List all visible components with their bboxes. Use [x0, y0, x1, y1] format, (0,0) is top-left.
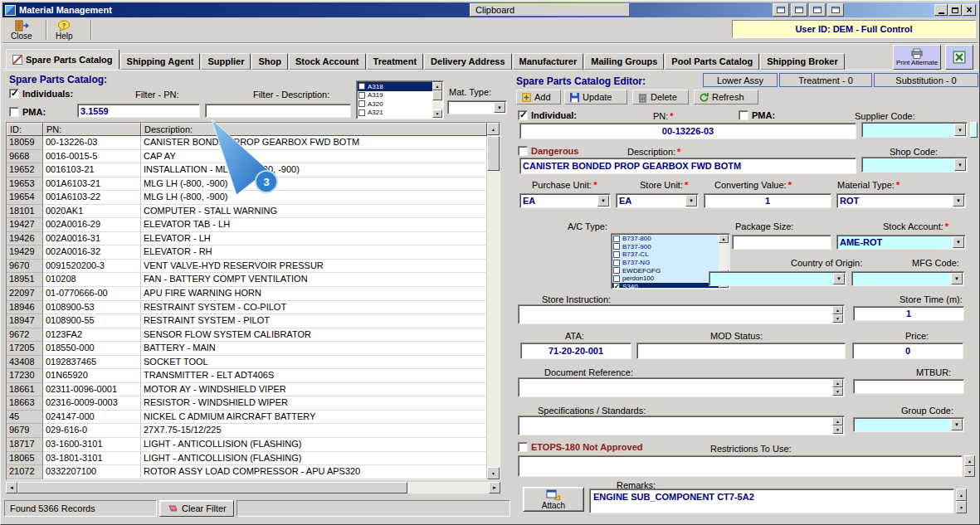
table-row[interactable]: 45024147-000NICKEL C ADMIUM AIRCRAFT BAT… — [7, 411, 487, 425]
scroll-up-icon[interactable] — [719, 235, 729, 243]
print-alternate-button[interactable]: Print Alternate — [893, 45, 941, 70]
store-time-input[interactable] — [853, 306, 964, 321]
ac-type-option[interactable]: B737-CL — [612, 250, 719, 259]
converting-value-input[interactable] — [704, 193, 831, 208]
spin-up-icon[interactable] — [964, 455, 975, 466]
table-row[interactable]: 19653001A6103-21MLG LH (-800, -900) — [7, 177, 487, 192]
mat-type-select[interactable] — [447, 100, 507, 114]
dropdown-arrow-icon[interactable] — [953, 236, 964, 248]
ac-type-option[interactable]: B737-900 — [612, 243, 719, 251]
tab-spare-parts-catalog[interactable]: Spare Parts Catalog — [6, 49, 119, 70]
ac-type-option[interactable]: EWDEFGFG — [612, 266, 719, 275]
individual-checkbox[interactable]: Individual: — [518, 110, 577, 120]
checkbox-icon[interactable] — [613, 243, 620, 250]
tab-manufacturer[interactable]: Manufacturer — [513, 53, 584, 70]
close-window-button[interactable] — [963, 4, 976, 16]
checkbox-icon[interactable] — [358, 100, 365, 107]
package-size-input[interactable] — [732, 235, 831, 250]
ac-filter-option[interactable]: A319 — [358, 91, 432, 100]
document-reference-input[interactable] — [518, 377, 845, 397]
table-row[interactable]: 96680016-0015-5CAP AY — [7, 150, 487, 164]
mod-status-input[interactable] — [636, 343, 846, 359]
table-row[interactable]: 1866102311-0096-0001MOTOR AY - WINDSHIEL… — [7, 383, 487, 397]
checkbox-icon[interactable] — [358, 92, 365, 99]
stock-account-select[interactable]: AME-ROT — [836, 235, 966, 250]
tab-shipping-agent[interactable]: Shipping Agent — [120, 53, 201, 70]
store-unit-select[interactable]: EA — [616, 193, 699, 208]
tab-delivery-address[interactable]: Delivery Address — [424, 53, 511, 70]
checkbox-icon[interactable] — [613, 267, 620, 274]
dropdown-arrow-icon[interactable] — [951, 273, 963, 284]
tab-supplier[interactable]: Supplier — [201, 53, 251, 70]
editor-pma-checkbox[interactable]: PMA: — [739, 110, 775, 120]
dropdown-arrow-icon[interactable] — [951, 419, 963, 430]
store-instruction-input[interactable] — [518, 304, 845, 324]
dropdown-arrow-icon[interactable] — [954, 124, 966, 136]
spin-down-icon[interactable] — [832, 314, 843, 323]
help-button[interactable]: ? Help — [52, 18, 76, 41]
substitution-tab[interactable]: Substitution - 0 — [874, 73, 978, 87]
restrictions-input[interactable] — [518, 455, 963, 477]
table-row[interactable]: 17205018550-000BATTERY - MAIN — [7, 342, 487, 356]
dropdown-arrow-icon[interactable] — [953, 195, 964, 207]
add-button[interactable]: Add — [516, 90, 561, 105]
spin-down-icon[interactable] — [964, 466, 975, 477]
scroll-track[interactable] — [432, 100, 442, 109]
attach-button[interactable]: Attach — [523, 487, 584, 512]
table-row[interactable]: 18951010208FAN - BATTERY COMPT VENTILATI… — [7, 273, 487, 287]
column-header-id[interactable]: ID: — [7, 123, 43, 136]
description-input[interactable] — [519, 158, 856, 174]
table-horizontal-scrollbar[interactable] — [6, 482, 500, 493]
tab-stock-account[interactable]: Stock Account — [289, 53, 366, 70]
price-input[interactable] — [852, 343, 963, 359]
scroll-up-icon[interactable] — [432, 82, 442, 90]
scroll-thumb[interactable] — [17, 482, 407, 493]
checkbox-icon[interactable] — [613, 275, 620, 282]
spin-up-icon[interactable] — [832, 417, 843, 425]
ata-input[interactable] — [520, 343, 631, 359]
ac-type-option[interactable]: B737-NG — [612, 259, 719, 267]
titlebar-tool-button-1[interactable] — [773, 3, 789, 17]
table-row[interactable]: 96720123FA2SENSOR FLOW SYSTEM CALIBRATOR — [7, 328, 487, 343]
table-row[interactable]: 19429002A0016-32ELEVATOR - RH — [7, 245, 487, 260]
checkbox-icon[interactable] — [358, 109, 365, 116]
spin-up-icon[interactable] — [832, 379, 843, 387]
spin-down-icon[interactable] — [956, 501, 967, 513]
tab-treatment[interactable]: Treatment — [367, 53, 424, 70]
table-row[interactable]: 96700091520200-3VENT VALVE-HYD RESERVOIR… — [7, 260, 487, 274]
table-row[interactable]: 19654001A6103-22MLG LH (-800, -900) — [7, 191, 487, 205]
spin-up-icon[interactable] — [832, 306, 843, 314]
table-row[interactable]: 210720332207100ROTOR ASSY LOAD COMPRESSO… — [7, 465, 487, 479]
dropdown-arrow-icon[interactable] — [597, 195, 609, 207]
titlebar-tool-button-4[interactable] — [827, 3, 844, 17]
treatment-tab[interactable]: Treatment - 0 — [779, 73, 872, 87]
remarks-spinner[interactable] — [956, 489, 967, 513]
tab-pool-parts-catalog[interactable]: Pool Parts Catalog — [665, 53, 759, 70]
lower-assy-tab[interactable]: Lower Assy — [703, 73, 778, 87]
specifications-spinner[interactable] — [832, 417, 843, 434]
scroll-thumb[interactable] — [432, 90, 442, 100]
close-tool-button[interactable]: Close — [7, 18, 36, 41]
country-of-origin-select[interactable] — [709, 271, 846, 286]
tab-shop[interactable]: Shop — [251, 53, 288, 70]
table-row[interactable]: 19426002A0016-31ELEVATOR - LH — [7, 232, 487, 246]
table-row[interactable]: 1723001N65920TRANSMITTER - ELT ADT406S — [7, 369, 487, 383]
pn-input[interactable] — [519, 123, 856, 139]
filter-pn-input[interactable] — [77, 104, 200, 118]
filter-description-input[interactable] — [205, 104, 351, 118]
scroll-right-icon[interactable] — [489, 482, 500, 493]
table-row[interactable]: 19427002A0016-29ELEVATOR TAB - LH — [7, 218, 487, 232]
table-row[interactable]: 434080192837465SOCKET TOOL — [7, 356, 487, 370]
clear-filter-button[interactable]: Clear Filter — [159, 500, 234, 517]
store-instruction-spinner[interactable] — [832, 306, 843, 323]
table-row[interactable]: 1806503-1801-3101LIGHT - ANTICOLLISION (… — [7, 452, 487, 466]
ac-filter-listbox[interactable]: A318A319A320A321 — [356, 80, 444, 119]
app-icon[interactable] — [5, 5, 16, 16]
restore-button[interactable] — [948, 4, 962, 16]
ac-type-option[interactable]: B737-800 — [612, 235, 719, 243]
column-header-pn[interactable]: PN: — [43, 123, 141, 136]
dropdown-arrow-icon[interactable] — [833, 273, 845, 284]
table-row[interactable]: 181010020AK1COMPUTER - STALL WARNING — [7, 205, 487, 219]
table-row[interactable]: 1866302316-0009-0003RESISTOR - WINDSHIEL… — [7, 396, 487, 411]
refresh-button[interactable]: Refresh — [694, 90, 758, 105]
